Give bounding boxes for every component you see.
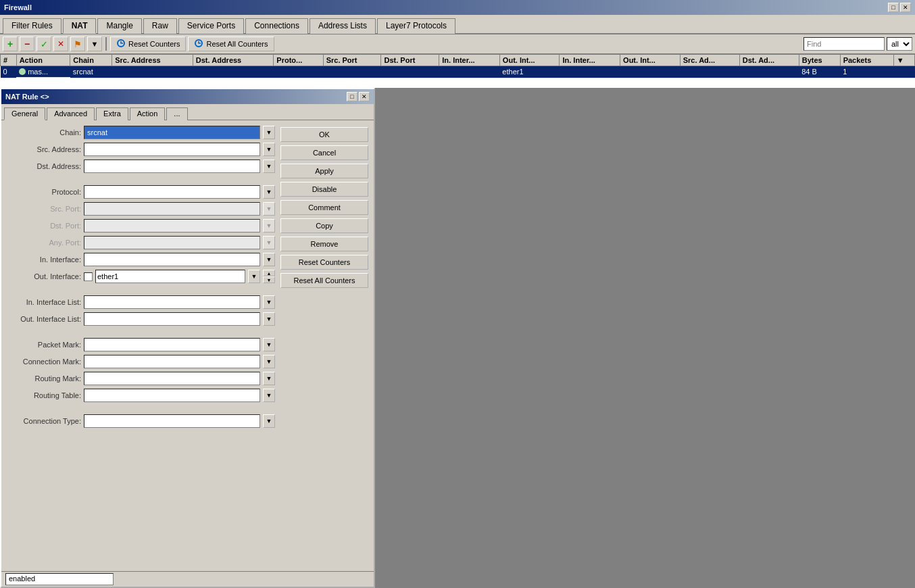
remove-button[interactable]: − bbox=[20, 36, 34, 51]
connection-type-dropdown-button[interactable]: ▼ bbox=[263, 414, 275, 428]
separator-4 bbox=[7, 406, 275, 411]
connection-type-label: Connection Type: bbox=[7, 417, 81, 425]
tab-nat[interactable]: NAT bbox=[63, 18, 97, 34]
dst-address-field-row: Dst. Address: ▼ bbox=[7, 160, 275, 173]
tab-action[interactable]: Action bbox=[130, 107, 166, 120]
comment-button[interactable]: Comment bbox=[280, 200, 368, 215]
remove-button[interactable]: Remove bbox=[280, 237, 368, 251]
copy-button[interactable]: Copy bbox=[280, 218, 368, 233]
tab-layer7-protocols[interactable]: Layer7 Protocols bbox=[377, 18, 455, 34]
packet-mark-input[interactable] bbox=[84, 338, 260, 351]
src-address-dropdown-button[interactable]: ▼ bbox=[263, 143, 275, 156]
cell-packets: 1 bbox=[840, 66, 893, 78]
filter-button[interactable]: ▼ bbox=[87, 36, 102, 51]
dst-address-dropdown-button[interactable]: ▼ bbox=[263, 160, 275, 173]
tab-more[interactable]: ... bbox=[166, 107, 187, 120]
enable-button[interactable]: ✓ bbox=[36, 36, 51, 51]
routing-mark-input[interactable] bbox=[84, 372, 260, 385]
disable-toolbar-button[interactable]: ✕ bbox=[53, 36, 68, 51]
any-port-dropdown-button: ▼ bbox=[263, 236, 275, 249]
cell-out-int: ether1 bbox=[499, 66, 560, 78]
tab-extra[interactable]: Extra bbox=[96, 107, 128, 120]
dialog-controls: □ ✕ bbox=[347, 92, 370, 101]
routing-table-field-row: Routing Table: ▼ bbox=[7, 389, 275, 402]
chain-dropdown-button[interactable]: ▼ bbox=[263, 126, 275, 139]
src-address-input[interactable] bbox=[84, 143, 260, 156]
tab-connections[interactable]: Connections bbox=[245, 18, 308, 34]
add-button[interactable]: + bbox=[3, 36, 18, 51]
tab-filter-rules[interactable]: Filter Rules bbox=[3, 18, 61, 34]
routing-mark-field-row: Routing Mark: ▼ bbox=[7, 372, 275, 385]
dialog-body: Chain: srcnat ▼ Src. Address: ▼ Dst. Add… bbox=[1, 120, 374, 571]
dst-port-label: Dst. Port: bbox=[7, 222, 81, 230]
in-interface-input[interactable] bbox=[84, 253, 260, 266]
out-interface-dropdown-button[interactable]: ▼ bbox=[248, 270, 260, 283]
tab-service-ports[interactable]: Service Ports bbox=[178, 18, 244, 34]
window-controls: □ ✕ bbox=[888, 3, 911, 12]
routing-mark-label: Routing Mark: bbox=[7, 374, 81, 383]
ok-button[interactable]: OK bbox=[280, 127, 368, 142]
src-port-input bbox=[84, 202, 260, 216]
row-icon bbox=[19, 68, 26, 75]
minimize-button[interactable]: □ bbox=[888, 3, 899, 12]
chain-field-row: Chain: srcnat ▼ bbox=[7, 126, 275, 139]
reset-all-counters-toolbar-button[interactable]: Reset All Counters bbox=[188, 36, 274, 51]
out-interface-checkbox[interactable] bbox=[84, 272, 93, 281]
toolbar: + − ✓ ✕ ⚑ ▼ Reset Counters Reset All bbox=[0, 34, 915, 54]
tab-mangle[interactable]: Mangle bbox=[97, 18, 141, 34]
routing-mark-dropdown-button[interactable]: ▼ bbox=[263, 372, 275, 385]
routing-table-input[interactable] bbox=[84, 389, 260, 402]
out-interface-up-button[interactable]: ▲ bbox=[263, 270, 275, 276]
connection-type-input[interactable] bbox=[84, 414, 260, 428]
tab-advanced[interactable]: Advanced bbox=[47, 107, 95, 120]
toolbar-separator bbox=[105, 37, 107, 51]
connection-mark-input[interactable] bbox=[84, 355, 260, 368]
dialog-fields: Chain: srcnat ▼ Src. Address: ▼ Dst. Add… bbox=[7, 126, 275, 566]
protocol-dropdown-button[interactable]: ▼ bbox=[263, 185, 275, 199]
cancel-button[interactable]: Cancel bbox=[280, 145, 368, 160]
tab-address-lists[interactable]: Address Lists bbox=[310, 18, 376, 34]
disable-button[interactable]: Disable bbox=[280, 182, 368, 197]
col-out-int2: Out. Int... bbox=[620, 55, 681, 66]
apply-button[interactable]: Apply bbox=[280, 164, 368, 178]
col-src-address: Src. Address bbox=[112, 55, 193, 66]
separator-2 bbox=[7, 287, 275, 292]
out-interface-spinners: ▲ ▼ bbox=[263, 270, 275, 283]
reset-all-counters-button[interactable]: Reset All Counters bbox=[280, 273, 368, 288]
in-interface-list-dropdown-button[interactable]: ▼ bbox=[263, 295, 275, 309]
routing-table-dropdown-button[interactable]: ▼ bbox=[263, 389, 275, 402]
reset-counters-toolbar-button[interactable]: Reset Counters bbox=[110, 36, 186, 51]
chain-label: Chain: bbox=[7, 128, 81, 137]
reset-counters-toolbar-label: Reset Counters bbox=[128, 40, 180, 48]
out-interface-list-dropdown-button[interactable]: ▼ bbox=[263, 312, 275, 326]
cell-src-port bbox=[323, 66, 381, 78]
connection-mark-field-row: Connection Mark: ▼ bbox=[7, 355, 275, 368]
out-interface-list-input[interactable] bbox=[84, 312, 260, 326]
tab-raw[interactable]: Raw bbox=[143, 18, 177, 34]
table-row[interactable]: 0 mas... srcnat ether1 bbox=[1, 66, 915, 78]
out-interface-down-button[interactable]: ▼ bbox=[263, 276, 275, 283]
cell-num: 0 bbox=[1, 66, 17, 78]
packet-mark-dropdown-button[interactable]: ▼ bbox=[263, 338, 275, 351]
chain-input[interactable]: srcnat bbox=[84, 126, 260, 139]
tab-general[interactable]: General bbox=[4, 107, 45, 120]
cell-chain: srcnat bbox=[70, 66, 112, 78]
close-button[interactable]: ✕ bbox=[900, 3, 911, 12]
x-icon: ✕ bbox=[57, 39, 64, 49]
in-interface-list-input[interactable] bbox=[84, 295, 260, 309]
reset-counters-icon bbox=[116, 39, 126, 49]
nat-rule-dialog: NAT Rule <> □ ✕ General Advanced Extra A… bbox=[0, 88, 375, 588]
reset-counters-button[interactable]: Reset Counters bbox=[280, 255, 368, 270]
flag-button[interactable]: ⚑ bbox=[70, 36, 85, 51]
out-interface-input[interactable]: ether1 bbox=[95, 270, 245, 283]
cell-bytes: 84 B bbox=[799, 66, 840, 78]
protocol-input[interactable] bbox=[84, 185, 260, 199]
in-interface-dropdown-button[interactable]: ▼ bbox=[263, 253, 275, 266]
col-dst-address: Dst. Address bbox=[193, 55, 274, 66]
find-input[interactable] bbox=[803, 37, 885, 51]
dialog-minimize-button[interactable]: □ bbox=[347, 92, 357, 101]
find-select[interactable]: all bbox=[887, 37, 912, 51]
connection-mark-dropdown-button[interactable]: ▼ bbox=[263, 355, 275, 368]
dialog-close-button[interactable]: ✕ bbox=[359, 92, 370, 101]
dst-address-input[interactable] bbox=[84, 160, 260, 173]
